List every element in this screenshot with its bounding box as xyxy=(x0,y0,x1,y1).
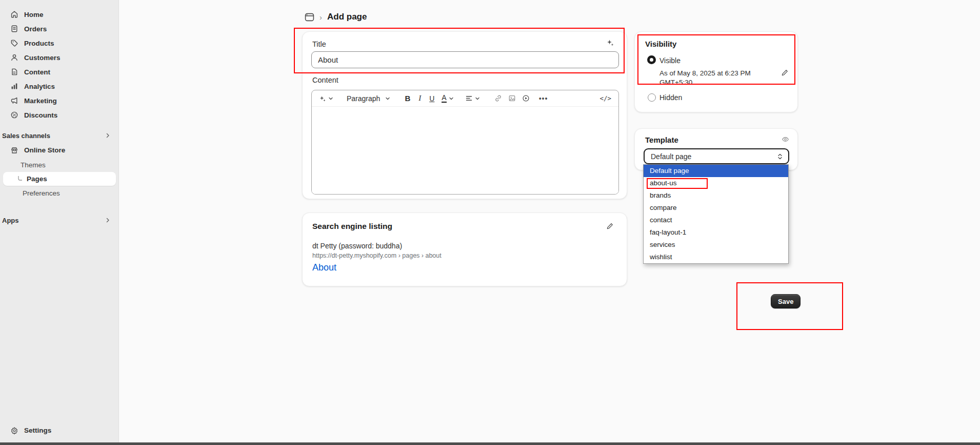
visibility-schedule-line1: As of May 8, 2025 at 6:23 PM xyxy=(659,69,751,77)
paragraph-style-label: Paragraph xyxy=(347,94,380,103)
hidden-radio[interactable] xyxy=(648,93,656,102)
more-options-button[interactable]: ••• xyxy=(539,94,548,103)
template-option-compare[interactable]: compare xyxy=(644,202,788,214)
sidebar-sublabel: Pages xyxy=(27,175,47,183)
bold-button[interactable]: B xyxy=(405,94,410,103)
visible-radio-label[interactable]: Visible xyxy=(659,56,681,65)
visibility-heading: Visibility xyxy=(645,40,676,48)
sidebar-label: Settings xyxy=(24,427,51,434)
ai-assist-button[interactable] xyxy=(319,95,333,102)
search-engine-listing-card: Search engine listing dt Petty (password… xyxy=(302,212,627,286)
seo-store-name: dt Petty (password: buddha) xyxy=(312,242,402,250)
breadcrumb-separator: › xyxy=(319,13,322,22)
page-title: Add page xyxy=(327,12,367,22)
chevron-down-icon xyxy=(385,96,390,101)
sidebar-item-pages[interactable]: Pages xyxy=(3,172,116,186)
visibility-card: Visibility Visible As of May 8, 2025 at … xyxy=(634,31,798,112)
editor-toolbar: Paragraph B I U A xyxy=(312,90,618,107)
sidebar-label: Discounts xyxy=(24,111,57,119)
page-context-icon[interactable] xyxy=(305,12,314,22)
italic-button[interactable]: I xyxy=(418,94,421,103)
magic-sparkle-icon[interactable] xyxy=(606,38,614,47)
title-input[interactable] xyxy=(311,51,619,68)
sidebar-item-content[interactable]: Content xyxy=(0,65,119,79)
home-icon xyxy=(10,10,18,18)
bottom-window-edge xyxy=(0,442,980,445)
title-field-label: Title xyxy=(312,40,326,48)
sidebar-item-settings[interactable]: Settings xyxy=(0,423,119,437)
image-icon xyxy=(508,94,516,102)
sidebar-label: Home xyxy=(24,11,44,18)
template-option-default-page[interactable]: Default page xyxy=(644,165,788,177)
seo-result-title-link[interactable]: About xyxy=(312,262,336,273)
edit-pencil-icon[interactable] xyxy=(781,69,789,76)
chevron-right-icon[interactable] xyxy=(105,217,112,224)
content-icon xyxy=(10,68,18,76)
content-editor-body[interactable] xyxy=(312,107,618,195)
sidebar-item-home[interactable]: Home xyxy=(0,7,119,22)
marketing-icon xyxy=(10,96,18,105)
template-option-wishlist[interactable]: wishlist xyxy=(644,251,788,263)
template-option-contact[interactable]: contact xyxy=(644,214,788,226)
text-color-dropdown[interactable]: A xyxy=(442,94,453,103)
alignment-dropdown[interactable] xyxy=(465,94,480,102)
sidebar-item-themes[interactable]: Themes xyxy=(21,158,46,172)
sidebar-item-marketing[interactable]: Marketing xyxy=(0,93,119,108)
sidebar-item-preferences[interactable]: Preferences xyxy=(23,186,60,200)
sidebar-label: Orders xyxy=(24,25,47,33)
sidebar-label: Analytics xyxy=(24,83,55,90)
analytics-icon xyxy=(10,82,18,90)
shopify-admin-add-page-screen: Home Orders Products Customers Content A… xyxy=(0,0,980,445)
apps-header-label: Apps xyxy=(2,217,19,224)
template-option-about-us[interactable]: about-us xyxy=(644,177,788,189)
show-html-button[interactable]: </> xyxy=(599,94,611,102)
online-store-icon xyxy=(10,146,18,154)
sidebar-item-online-store[interactable]: Online Store xyxy=(0,143,119,157)
template-select[interactable]: Default page xyxy=(644,148,789,164)
content-field-label: Content xyxy=(312,76,338,84)
chevron-down-icon xyxy=(449,96,454,101)
discounts-icon xyxy=(10,111,18,119)
hidden-radio-label[interactable]: Hidden xyxy=(659,93,682,102)
select-updown-icon xyxy=(777,153,783,160)
align-left-icon xyxy=(465,94,473,102)
eye-icon[interactable] xyxy=(782,136,789,143)
underline-button[interactable]: U xyxy=(429,94,434,103)
sidebar-section-sales-channels[interactable]: Sales channels xyxy=(2,130,119,141)
text-color-label: A xyxy=(442,94,446,103)
customers-icon xyxy=(10,53,18,62)
orders-icon xyxy=(10,25,18,33)
chevron-right-icon[interactable] xyxy=(105,132,112,140)
edit-pencil-icon[interactable] xyxy=(606,222,614,230)
sidebar: Home Orders Products Customers Content A… xyxy=(0,0,119,445)
products-icon xyxy=(10,39,18,47)
sidebar-item-orders[interactable]: Orders xyxy=(0,22,119,36)
template-options-dropdown: Default page about-us brands compare con… xyxy=(643,164,789,264)
template-select-value: Default page xyxy=(651,152,691,161)
visibility-schedule-line2: GMT+5:30 xyxy=(659,79,692,86)
tree-connector-icon xyxy=(17,176,23,182)
insert-video-button[interactable] xyxy=(522,94,530,102)
sidebar-label: Online Store xyxy=(24,146,65,154)
sidebar-item-customers[interactable]: Customers xyxy=(0,50,119,65)
sidebar-item-products[interactable]: Products xyxy=(0,36,119,50)
sidebar-item-analytics[interactable]: Analytics xyxy=(0,79,119,93)
sidebar-label: Content xyxy=(24,68,50,76)
template-option-services[interactable]: services xyxy=(644,239,788,251)
insert-link-button[interactable] xyxy=(494,94,502,102)
gear-icon xyxy=(10,427,18,435)
insert-image-button[interactable] xyxy=(508,94,516,102)
sparkle-icon xyxy=(319,95,326,102)
sidebar-item-discounts[interactable]: Discounts xyxy=(0,108,119,122)
sidebar-section-apps[interactable]: Apps xyxy=(2,215,119,225)
breadcrumb: › Add page xyxy=(305,10,367,24)
sidebar-label: Customers xyxy=(24,54,61,62)
chevron-down-icon xyxy=(328,96,333,101)
rich-text-editor: Paragraph B I U A xyxy=(311,90,619,195)
save-button[interactable]: Save xyxy=(771,294,801,308)
template-option-faq-layout-1[interactable]: faq-layout-1 xyxy=(644,226,788,239)
sidebar-label: Marketing xyxy=(24,97,57,105)
template-option-brands[interactable]: brands xyxy=(644,189,788,202)
paragraph-style-dropdown[interactable]: Paragraph xyxy=(347,94,390,103)
visible-radio[interactable] xyxy=(647,55,656,64)
